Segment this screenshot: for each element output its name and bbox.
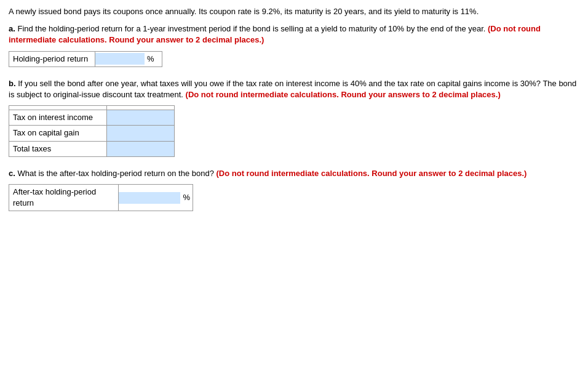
part-c-description: What is the after-tax holding-period ret… — [17, 169, 216, 178]
tax-table-header-label — [9, 106, 107, 110]
part-c-label: c. — [9, 169, 15, 178]
part-b-label: b. — [9, 79, 16, 88]
part-b-block: b. If you sell the bond after one year, … — [9, 78, 579, 157]
holding-period-return-input[interactable] — [95, 53, 145, 65]
tax-capital-gain-input-cell — [107, 126, 175, 141]
total-taxes-input[interactable] — [111, 144, 170, 153]
tax-capital-gain-label: Tax on capital gain — [9, 126, 107, 141]
part-c-text: c. What is the after-tax holding-period … — [9, 168, 579, 179]
part-c-block: c. What is the after-tax holding-period … — [9, 168, 579, 212]
after-tax-return-input[interactable] — [119, 192, 180, 204]
tax-capital-gain-input[interactable] — [111, 128, 170, 137]
tax-interest-input[interactable] — [111, 113, 170, 122]
part-b-text: b. If you sell the bond after one year, … — [9, 78, 579, 100]
part-a-label: a. — [9, 24, 15, 33]
tax-interest-label: Tax on interest income — [9, 110, 107, 126]
tax-table-header-value — [107, 106, 175, 110]
part-c-instruction: (Do not round intermediate calculations.… — [217, 169, 527, 178]
part-b-instruction: (Do not round intermediate calculations.… — [186, 90, 501, 99]
holding-period-return-unit: % — [145, 52, 157, 66]
after-tax-return-label: After-tax holding-period return — [9, 185, 119, 211]
holding-period-return-label: Holding-period return — [9, 52, 95, 66]
tax-interest-input-cell — [107, 110, 175, 126]
tax-capital-gain-row: Tax on capital gain — [9, 126, 175, 141]
intro-text: A newly issued bond pays its coupons onc… — [9, 6, 579, 17]
total-taxes-input-cell — [107, 141, 175, 156]
after-tax-return-unit: % — [180, 191, 193, 204]
tax-table: Tax on interest income Tax on capital ga… — [9, 105, 175, 157]
after-tax-return-row: After-tax holding-period return % — [9, 184, 193, 211]
holding-period-return-row: Holding-period return % — [9, 51, 162, 67]
total-taxes-row: Total taxes — [9, 141, 175, 156]
tax-table-header-row — [9, 106, 175, 110]
part-a-description: Find the holding-period return for a 1-y… — [17, 24, 488, 33]
part-a-block: a. Find the holding-period return for a … — [9, 23, 579, 67]
total-taxes-label: Total taxes — [9, 141, 107, 156]
part-a-text: a. Find the holding-period return for a … — [9, 23, 579, 46]
tax-interest-row: Tax on interest income — [9, 110, 175, 126]
